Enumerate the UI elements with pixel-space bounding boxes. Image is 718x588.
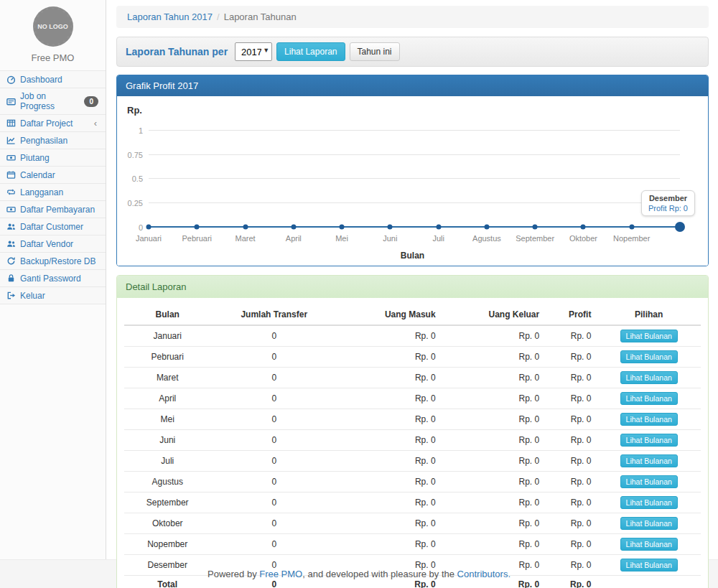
cell-month: September — [124, 493, 210, 513]
main-content: Laporan Tahun 2017/Laporan Tahunan Lapor… — [106, 0, 718, 559]
sidebar-item-job-on-progress[interactable]: Job on Progress 0 — [0, 88, 106, 115]
sidebar-item-keluar[interactable]: Keluar — [0, 287, 106, 304]
x-tick-label: Agustus — [472, 234, 501, 243]
data-point-agustus[interactable] — [484, 225, 489, 230]
cell-month: Agustus — [124, 472, 210, 493]
lihat-bulanan-button[interactable]: Lihat Bulanan — [620, 392, 678, 405]
sidebar-item-penghasilan[interactable]: Penghasilan — [0, 132, 106, 149]
cell-uang-keluar: Rp. 0 — [442, 472, 546, 493]
sidebar-item-langganan[interactable]: Langganan — [0, 184, 106, 201]
cell-profit: Rp. 0 — [545, 409, 597, 430]
detail-laporan-panel: Detail Laporan Bulan Jumlah Transfer Uan… — [116, 275, 709, 588]
cell-uang-keluar: Rp. 0 — [442, 430, 546, 451]
x-tick-label: Mei — [335, 234, 348, 243]
chart-tooltip: Desember Profit Rp: 0 — [641, 190, 695, 216]
cell-profit: Rp. 0 — [545, 388, 597, 409]
data-point-pebruari[interactable] — [195, 225, 200, 230]
data-point-desember-highlighted[interactable] — [675, 222, 685, 232]
table-row: Nopember0Rp. 0Rp. 0Rp. 0Lihat Bulanan — [124, 534, 701, 555]
table-row: September0Rp. 0Rp. 0Rp. 0Lihat Bulanan — [124, 493, 701, 513]
data-point-oktober[interactable] — [581, 225, 586, 230]
data-point-nopember[interactable] — [629, 225, 634, 230]
lihat-bulanan-button[interactable]: Lihat Bulanan — [620, 475, 678, 488]
cell-profit: Rp. 0 — [545, 430, 597, 451]
users-icon — [6, 222, 16, 231]
sidebar: NO LOGO Free PMO Dashboard Job on Progre… — [0, 0, 106, 559]
calendar-icon — [6, 170, 16, 179]
free-pmo-link[interactable]: Free PMO — [259, 569, 302, 579]
job-on-progress-count-badge: 0 — [84, 96, 98, 107]
data-point-april[interactable] — [291, 225, 296, 230]
lihat-bulanan-button[interactable]: Lihat Bulanan — [620, 454, 678, 467]
sign-out-icon — [6, 291, 16, 300]
table-row: Mei0Rp. 0Rp. 0Rp. 0Lihat Bulanan — [124, 409, 701, 430]
lihat-laporan-button[interactable]: Lihat Laporan — [276, 42, 345, 61]
tahun-ini-button[interactable]: Tahun ini — [350, 42, 400, 61]
data-point-september[interactable] — [533, 225, 538, 230]
cell-uang-masuk: Rp. 0 — [337, 347, 442, 368]
sidebar-item-label: Piutang — [20, 153, 50, 163]
lihat-bulanan-button[interactable]: Lihat Bulanan — [620, 413, 678, 426]
cell-uang-keluar: Rp. 0 — [442, 513, 546, 534]
cell-uang-masuk: Rp. 0 — [337, 325, 442, 347]
cell-uang-masuk: Rp. 0 — [337, 388, 442, 409]
cell-month: Oktober — [124, 513, 210, 534]
data-point-januari[interactable] — [146, 225, 151, 230]
data-point-juli[interactable] — [436, 225, 441, 230]
gridline: 0.25 — [149, 202, 680, 203]
cell-profit: Rp. 0 — [545, 513, 597, 534]
data-point-mei[interactable] — [340, 225, 345, 230]
breadcrumb-current: Laporan Tahunan — [224, 11, 297, 22]
sidebar-item-calendar[interactable]: Calendar — [0, 167, 106, 184]
table-header-row: Bulan Jumlah Transfer Uang Masuk Uang Ke… — [124, 304, 701, 325]
sidebar-item-daftar-project[interactable]: Daftar Project ‹ — [0, 115, 106, 132]
data-point-maret[interactable] — [243, 225, 248, 230]
chart-panel-title: Grafik Profit 2017 — [117, 75, 708, 96]
breadcrumb: Laporan Tahun 2017/Laporan Tahunan — [116, 6, 709, 28]
table-row: Maret0Rp. 0Rp. 0Rp. 0Lihat Bulanan — [124, 368, 701, 388]
brand-block[interactable]: NO LOGO Free PMO — [0, 0, 106, 70]
x-tick-label: Oktober — [569, 234, 597, 243]
sidebar-item-dashboard[interactable]: Dashboard — [0, 71, 106, 88]
lihat-bulanan-button[interactable]: Lihat Bulanan — [620, 517, 678, 530]
data-point-juni[interactable] — [388, 225, 393, 230]
year-select[interactable]: 2017 — [235, 42, 272, 61]
col-header-pilihan: Pilihan — [597, 304, 701, 325]
y-tick-label: 0.5 — [120, 174, 143, 183]
sidebar-item-piutang[interactable]: Piutang — [0, 149, 106, 167]
total-profit: Rp. 0 — [545, 576, 597, 588]
lihat-bulanan-button[interactable]: Lihat Bulanan — [620, 330, 678, 342]
lihat-bulanan-button[interactable]: Lihat Bulanan — [620, 371, 678, 384]
sidebar-item-ganti-password[interactable]: Ganti Password — [0, 270, 106, 287]
sidebar-item-daftar-pembayaran[interactable]: Daftar Pembayaran — [0, 201, 106, 218]
lihat-bulanan-button[interactable]: Lihat Bulanan — [620, 496, 678, 509]
lihat-bulanan-button[interactable]: Lihat Bulanan — [620, 350, 678, 363]
refresh-icon — [6, 256, 16, 266]
cell-transfer: 0 — [210, 347, 337, 368]
lihat-bulanan-button[interactable]: Lihat Bulanan — [620, 559, 678, 571]
sidebar-item-label: Dashboard — [20, 75, 62, 85]
cell-transfer: 0 — [210, 451, 337, 472]
cell-transfer: 0 — [210, 472, 337, 493]
cell-uang-masuk: Rp. 0 — [337, 409, 442, 430]
cell-uang-masuk: Rp. 0 — [337, 472, 442, 493]
sidebar-menu: Dashboard Job on Progress 0 Daftar Proje… — [0, 70, 106, 304]
y-tick-label: 0.75 — [120, 151, 143, 159]
sidebar-item-backup-restore-db[interactable]: Backup/Restore DB — [0, 253, 106, 270]
cell-transfer: 0 — [210, 534, 337, 555]
cell-month: Desember — [124, 555, 210, 576]
tooltip-month: Desember — [648, 194, 688, 202]
cell-transfer: 0 — [210, 368, 337, 388]
sidebar-item-label: Keluar — [20, 291, 45, 301]
sidebar-item-daftar-vendor[interactable]: Daftar Vendor — [0, 235, 106, 253]
report-toolbar: Laporan Tahunan per 2017 ▼ Lihat Laporan… — [116, 37, 709, 67]
lihat-bulanan-button[interactable]: Lihat Bulanan — [620, 538, 678, 551]
contributors-link[interactable]: Contributors. — [457, 569, 510, 579]
cell-uang-keluar: Rp. 0 — [442, 368, 546, 388]
breadcrumb-link-laporan-tahun[interactable]: Laporan Tahun 2017 — [127, 11, 213, 22]
sidebar-item-daftar-customer[interactable]: Daftar Customer — [0, 218, 106, 235]
detail-table-wrap: Bulan Jumlah Transfer Uang Masuk Uang Ke… — [117, 298, 708, 588]
lock-icon — [6, 274, 16, 283]
lihat-bulanan-button[interactable]: Lihat Bulanan — [620, 434, 678, 447]
sidebar-item-label: Langganan — [20, 187, 63, 197]
